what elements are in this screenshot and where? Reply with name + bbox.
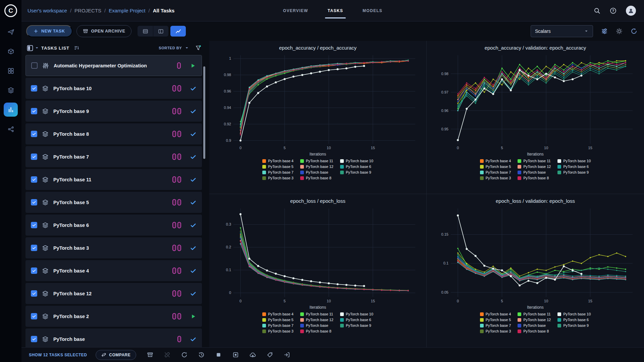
publish-icon[interactable] (250, 352, 256, 358)
tab-tasks[interactable]: TASKS (328, 0, 343, 21)
split-view-button[interactable] (153, 26, 168, 37)
legend-item[interactable]: PyTorch base 7 (262, 170, 293, 174)
legend-item[interactable]: PyTorch base 10 (340, 312, 373, 316)
sidebar-item-experiments[interactable] (4, 103, 18, 117)
legend-item[interactable]: PyTorch base 5 (262, 318, 293, 322)
tab-models[interactable]: MODELS (363, 0, 382, 21)
legend-item[interactable]: PyTorch base 12 (300, 318, 333, 322)
tune-icon[interactable] (601, 28, 608, 35)
task-checkbox[interactable] (31, 62, 38, 69)
show-selected-button[interactable]: SHOW 12 TASKS SELECTED (29, 353, 87, 357)
legend-item[interactable]: PyTorch base (300, 323, 333, 327)
add-tag-icon[interactable] (267, 352, 273, 358)
legend-item[interactable]: PyTorch base 12 (518, 165, 551, 169)
move-to-project-icon[interactable] (284, 352, 290, 358)
legend-item[interactable]: PyTorch base 10 (340, 159, 373, 163)
legend-item[interactable]: PyTorch base 6 (340, 318, 373, 322)
tab-overview[interactable]: OVERVIEW (283, 0, 308, 21)
chart-plot[interactable]: 0510150.950.960.970.98 (435, 52, 636, 152)
chart-plot[interactable]: 05101500.10.20.3 (217, 205, 419, 305)
breadcrumb-projects[interactable]: PROJECTS (74, 8, 101, 13)
task-checkbox[interactable] (31, 336, 37, 342)
legend-item[interactable]: PyTorch base 7 (480, 323, 511, 327)
legend-item[interactable]: PyTorch base 3 (480, 329, 511, 333)
chart-view-button[interactable] (170, 26, 186, 37)
legend-item[interactable]: PyTorch base 5 (480, 318, 511, 322)
task-checkbox[interactable] (31, 199, 37, 205)
tasks-scrollbar[interactable] (203, 66, 205, 159)
chart-plot[interactable]: 0510150.050.10.15 (435, 205, 636, 305)
task-checkbox[interactable] (31, 176, 37, 183)
legend-item[interactable]: PyTorch base 12 (300, 165, 333, 169)
legend-item[interactable]: PyTorch base 11 (518, 312, 551, 316)
task-row[interactable]: PyTorch base 7 (25, 146, 202, 167)
legend-item[interactable]: PyTorch base 8 (300, 176, 333, 180)
legend-item[interactable]: PyTorch base 9 (557, 323, 591, 327)
legend-item[interactable]: PyTorch base 10 (557, 159, 591, 163)
filter-icon[interactable] (195, 45, 201, 51)
legend-item[interactable]: PyTorch base 8 (518, 176, 551, 180)
task-row[interactable]: PyTorch base 11 (25, 169, 202, 190)
table-view-button[interactable] (138, 26, 153, 37)
task-checkbox[interactable] (31, 154, 37, 160)
legend-item[interactable]: PyTorch base 4 (480, 159, 511, 163)
task-row[interactable]: PyTorch base 12 (25, 283, 202, 304)
task-checkbox[interactable] (31, 131, 37, 137)
reset-icon[interactable] (181, 352, 187, 358)
legend-item[interactable]: PyTorch base 6 (557, 165, 591, 169)
legend-item[interactable]: PyTorch base (300, 170, 333, 174)
user-avatar[interactable] (626, 6, 636, 16)
legend-item[interactable]: PyTorch base 10 (557, 312, 591, 316)
chevron-down-icon[interactable] (184, 46, 189, 50)
legend-item[interactable]: PyTorch base 6 (557, 318, 591, 322)
chart-plot[interactable]: 0510150.90.920.940.960.981 (217, 52, 419, 152)
breadcrumb-project[interactable]: Example Project (109, 8, 145, 13)
legend-item[interactable]: PyTorch base 4 (480, 312, 511, 316)
task-checkbox[interactable] (31, 313, 37, 319)
task-row[interactable]: PyTorch base 3 (25, 237, 202, 258)
legend-item[interactable]: PyTorch base 5 (480, 165, 511, 169)
sidebar-item-datasets[interactable] (4, 64, 18, 78)
task-row[interactable]: PyTorch base 2 (25, 306, 202, 327)
help-icon[interactable]: ? (610, 7, 616, 14)
sorted-by-button[interactable]: SORTED BY (159, 46, 182, 50)
sidebar-item-dashboard[interactable] (4, 25, 18, 39)
task-checkbox[interactable] (31, 245, 37, 251)
search-icon[interactable] (594, 7, 600, 14)
clearml-logo[interactable]: C (0, 0, 21, 21)
legend-item[interactable]: PyTorch base 11 (300, 312, 333, 316)
legend-item[interactable]: PyTorch base 7 (480, 170, 511, 174)
auto-refresh-icon[interactable] (631, 28, 637, 35)
task-row[interactable]: PyTorch base 4 (25, 260, 202, 281)
task-checkbox[interactable] (31, 108, 37, 114)
legend-item[interactable]: PyTorch base 9 (340, 323, 373, 327)
select-all-checkbox[interactable] (27, 45, 33, 51)
legend-item[interactable]: PyTorch base 8 (518, 329, 551, 333)
legend-item[interactable]: PyTorch base 4 (262, 312, 293, 316)
legend-item[interactable]: PyTorch base 3 (480, 176, 511, 180)
abort-all-icon[interactable] (232, 352, 239, 358)
legend-item[interactable]: PyTorch base 7 (262, 323, 293, 327)
legend-item[interactable]: PyTorch base 3 (262, 176, 293, 180)
retry-icon[interactable] (198, 352, 205, 358)
new-task-button[interactable]: NEW TASK (26, 25, 72, 37)
breadcrumb-workspace[interactable]: User's workspace (28, 8, 67, 13)
legend-item[interactable]: PyTorch base 11 (300, 159, 333, 163)
sidebar-item-workers[interactable] (4, 122, 18, 136)
sidebar-item-pipelines[interactable] (4, 83, 18, 97)
abort-icon[interactable] (215, 352, 222, 358)
task-checkbox[interactable] (31, 267, 37, 274)
task-row[interactable]: Automatic Hyperparameter Optimization (25, 55, 202, 76)
task-checkbox[interactable] (31, 222, 37, 228)
open-archive-button[interactable]: OPEN ARCHIVE (76, 25, 132, 37)
legend-item[interactable]: PyTorch base 4 (262, 159, 293, 163)
task-checkbox[interactable] (31, 290, 37, 297)
compare-button[interactable]: COMPARE (96, 350, 136, 360)
task-row[interactable]: PyTorch base 6 (25, 215, 202, 236)
task-row[interactable]: PyTorch base (25, 328, 202, 347)
legend-item[interactable]: PyTorch base (518, 323, 551, 327)
chevron-down-icon[interactable] (35, 46, 39, 50)
legend-item[interactable]: PyTorch base 12 (518, 318, 551, 322)
metric-variant-select[interactable]: Scalars (531, 25, 593, 37)
task-row[interactable]: PyTorch base 8 (25, 123, 202, 144)
